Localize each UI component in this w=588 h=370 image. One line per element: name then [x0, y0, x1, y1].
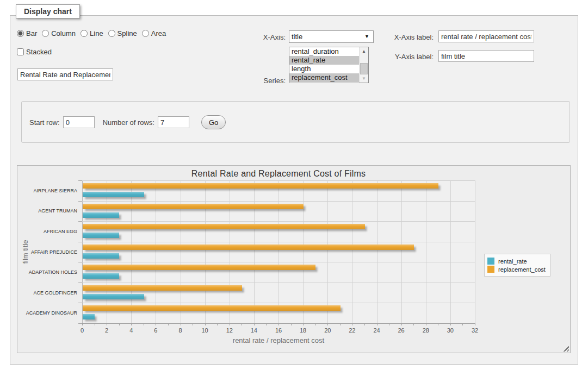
category-label: ACE GOLDFINGER	[25, 290, 77, 296]
gridline-x-22	[352, 180, 352, 323]
series-option-length[interactable]: length	[289, 65, 359, 73]
gridline-x-10	[205, 180, 206, 323]
series-option-rental_duration[interactable]: rental_duration	[289, 47, 359, 56]
y-tick	[78, 262, 82, 262]
scrollbar-thumb[interactable]	[360, 63, 368, 74]
bar-replacement_cost	[83, 244, 414, 250]
series-option-rental_rate[interactable]: rental_rate	[289, 56, 359, 65]
chart-type-radio-spline[interactable]	[108, 30, 115, 37]
bar-replacement_cost	[83, 183, 438, 189]
panel-title: Display chart	[16, 4, 80, 18]
series-listbox[interactable]: rental_durationrental_ratelengthreplacem…	[289, 47, 369, 83]
legend-swatch-rental_rate	[487, 258, 494, 265]
y-tick	[78, 323, 82, 324]
scroll-down-icon[interactable]: ▼	[360, 74, 368, 83]
y-tick	[78, 242, 82, 242]
chart-type-radio-column[interactable]	[42, 30, 49, 37]
gridline-y-2	[82, 221, 475, 222]
series-options: rental_durationrental_ratelengthreplacem…	[289, 47, 359, 83]
x-tick-label: 24	[369, 327, 385, 334]
x-tick-label: 26	[393, 327, 410, 334]
x-tick-label: 28	[418, 327, 434, 334]
bar-replacement_cost	[83, 305, 341, 311]
chart-type-option-area: Area	[142, 29, 166, 37]
gridline-x-26	[401, 180, 402, 323]
stacked-label: Stacked	[26, 48, 52, 56]
gridline-y-6	[82, 303, 475, 303]
start-row-label: Start row:	[29, 118, 60, 127]
chart-type-radio-line[interactable]	[81, 30, 88, 37]
y-axis-label-caption: Y-Axis label:	[386, 53, 434, 61]
gridline-x-28	[426, 180, 426, 323]
num-rows-input[interactable]	[158, 116, 189, 128]
bar-rental_rate	[83, 212, 119, 218]
x-tick-label: 32	[467, 327, 483, 334]
gridline-y-1	[82, 201, 475, 202]
bar-rental_rate	[83, 233, 119, 238]
gridline-x-24	[377, 180, 377, 323]
bar-rental_rate	[83, 192, 144, 197]
y-tick	[78, 303, 82, 303]
bar-rental_rate	[83, 294, 144, 299]
category-label: AIRPLANE SIERRA	[25, 188, 77, 193]
category-label: ACADEMY DINOSAUR	[25, 310, 77, 316]
gridline-y-4	[82, 262, 475, 262]
x-tick-label: 30	[442, 327, 459, 334]
x-tick-label: 22	[344, 327, 360, 334]
x-tick-label: 18	[295, 327, 311, 334]
resize-handle-icon[interactable]	[563, 346, 569, 352]
legend-item-rental_rate: rental_rate	[487, 258, 546, 265]
chart-type-option-spline: Spline	[108, 29, 137, 37]
x-tick-label: 6	[147, 327, 164, 334]
chart-type-radio-bar[interactable]	[17, 30, 24, 37]
y-tick	[78, 180, 82, 181]
series-scrollbar[interactable]: ▲ ▼	[359, 47, 368, 83]
series-option-replacement_cost[interactable]: replacement_cost	[289, 73, 359, 82]
gridline-x-0	[82, 180, 83, 323]
x-axis-label-caption: X-Axis label:	[386, 33, 434, 41]
gridline-y-5	[82, 283, 475, 283]
x-tick-label: 20	[319, 327, 336, 334]
chart-type-label: Spline	[117, 29, 137, 37]
x-axis-label-input[interactable]	[438, 30, 534, 42]
scroll-up-icon[interactable]: ▲	[360, 47, 368, 55]
num-rows-label: Number of rows:	[103, 118, 154, 127]
x-tick-label: 16	[270, 327, 287, 334]
chart-type-option-column: Column	[42, 29, 76, 37]
x-tick-label: 10	[197, 327, 213, 334]
gridline-x-12	[230, 180, 230, 323]
x-axis-title: rental rate / replacement cost	[82, 336, 475, 344]
chart-type-radios: BarColumnLineSplineArea	[17, 29, 171, 37]
gridline-x-4	[131, 180, 132, 323]
x-tick-label: 2	[98, 327, 115, 334]
legend-item-replacement_cost: replacement_cost	[487, 266, 546, 273]
y-tick	[78, 283, 82, 283]
category-label: ADAPTATION HOLES	[25, 269, 77, 275]
chart-type-label: Bar	[26, 29, 37, 37]
x-axis-select[interactable]: title	[289, 30, 374, 43]
chart-legend: rental_ratereplacement_cost	[484, 254, 550, 277]
display-chart-panel: Display chart BarColumnLineSplineArea St…	[10, 15, 578, 365]
y-axis-label-input[interactable]	[438, 50, 534, 62]
bar-rental_rate	[83, 253, 119, 259]
chart-title-input[interactable]	[17, 68, 113, 80]
chart-type-label: Line	[90, 29, 103, 37]
start-row-input[interactable]	[63, 116, 95, 128]
y-tick	[78, 201, 82, 202]
y-axis-title: film title	[21, 227, 29, 276]
go-button[interactable]: Go	[201, 115, 226, 129]
chart-type-label: Column	[51, 29, 76, 37]
rows-form: Start row: Number of rows: Go	[29, 115, 226, 129]
bar-replacement_cost	[83, 224, 365, 229]
chart-area: Rental Rate and Replacement Cost of Film…	[17, 165, 571, 353]
gridline-x-16	[278, 180, 279, 323]
gridline-y-3	[82, 242, 475, 242]
series-select-label: Series:	[250, 77, 286, 85]
gridline-x-32	[475, 180, 475, 323]
category-label: AGENT TRUMAN	[25, 208, 77, 214]
x-tick-label: 8	[172, 327, 189, 334]
gridline-x-2	[107, 180, 107, 323]
chart-type-radio-area[interactable]	[142, 30, 149, 37]
gridline-x-8	[181, 180, 181, 323]
stacked-checkbox[interactable]	[17, 48, 24, 55]
